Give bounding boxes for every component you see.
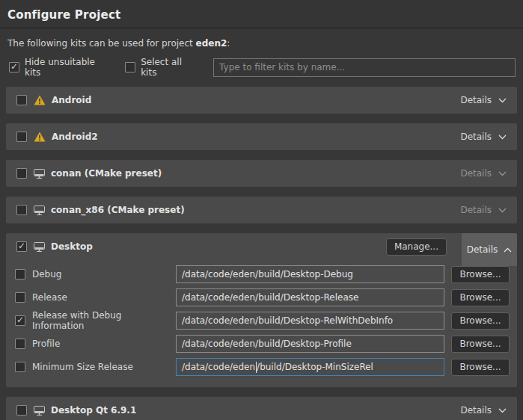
manage-kits-button[interactable]: Manage... — [386, 238, 447, 256]
kit-checkbox[interactable] — [16, 405, 27, 416]
kit-name: Android2 — [52, 132, 98, 142]
desktop-monitor-icon — [34, 206, 45, 215]
build-dir-input[interactable] — [176, 265, 444, 283]
kit-name: Android — [52, 95, 91, 105]
kit-row-android2[interactable]: Android2 Details — [6, 123, 517, 150]
kit-row-android[interactable]: Android Details — [6, 87, 517, 114]
build-config-row-release: Release Browse... — [15, 288, 510, 306]
details-button[interactable]: Details — [460, 132, 507, 142]
build-dir-input[interactable] — [176, 288, 444, 306]
kit-checkbox[interactable] — [16, 205, 27, 215]
browse-button[interactable]: Browse... — [451, 266, 510, 283]
kit-name: Desktop Qt 6.9.1 — [51, 405, 136, 416]
build-config-row-profile: Profile Browse... — [15, 335, 510, 353]
config-label: Release — [32, 292, 176, 303]
desktop-monitor-icon — [34, 169, 45, 179]
kit-filter-bar: Hide unsuitable kits Select all kits — [9, 57, 516, 78]
chevron-down-icon — [498, 408, 507, 413]
hide-unsuitable-kits-label: Hide unsuitable kits — [25, 57, 108, 78]
hide-unsuitable-kits-checkbox[interactable]: Hide unsuitable kits — [9, 57, 108, 78]
select-all-kits-label: Select all kits — [141, 57, 197, 78]
build-dir-input[interactable] — [176, 312, 444, 330]
config-checkbox[interactable] — [15, 269, 25, 280]
page-title: Configure Project — [7, 8, 516, 22]
config-checkbox[interactable] — [15, 362, 25, 372]
config-label: Debug — [32, 269, 176, 280]
browse-button[interactable]: Browse... — [451, 336, 510, 353]
warning-icon — [34, 132, 46, 142]
details-button[interactable]: Details — [460, 205, 507, 215]
kit-name: conan (CMake preset) — [51, 168, 162, 179]
warning-icon — [34, 95, 46, 105]
kit-checkbox[interactable] — [16, 241, 27, 252]
config-checkbox[interactable] — [15, 292, 25, 303]
kit-row-conan[interactable]: conan (CMake preset) Details — [6, 160, 517, 187]
config-label: Profile — [32, 339, 176, 349]
build-dir-input[interactable] — [176, 335, 444, 353]
config-label: Release with Debug Information — [32, 310, 176, 331]
browse-button[interactable]: Browse... — [451, 289, 510, 306]
details-button[interactable]: Details — [460, 168, 507, 179]
kit-row-conan-x86[interactable]: conan_x86 (CMake preset) Details — [6, 197, 517, 223]
build-dir-input-focused[interactable]: /data/code/eden/build/Desktop-MinSizeRel — [176, 358, 444, 376]
kit-list: Android Details Android2 Details conan (… — [6, 87, 517, 420]
browse-button[interactable]: Browse... — [451, 359, 510, 376]
details-button[interactable]: Details — [460, 95, 507, 105]
kit-section-desktop: Details Desktop Manage... Debug Browse..… — [6, 233, 517, 387]
kit-name: Desktop — [51, 241, 93, 252]
kit-filter-input[interactable] — [213, 58, 516, 77]
kit-checkbox[interactable] — [16, 95, 27, 105]
kit-name: conan_x86 (CMake preset) — [51, 205, 185, 215]
chevron-down-icon — [498, 171, 507, 176]
checkbox-icon[interactable] — [125, 62, 135, 72]
kit-row-desktop-qt-691[interactable]: Desktop Qt 6.9.1 Details — [6, 397, 517, 420]
config-label: Minimum Size Release — [32, 362, 176, 372]
chevron-down-icon — [498, 98, 507, 103]
intro-text: The following kits can be used for proje… — [7, 38, 516, 49]
checkbox-icon[interactable] — [9, 62, 19, 72]
browse-button[interactable]: Browse... — [451, 312, 510, 330]
project-name: eden2 — [196, 38, 227, 49]
details-button[interactable]: Details — [460, 405, 507, 416]
build-config-row-minsizerel: Minimum Size Release /data/code/eden/bui… — [15, 358, 510, 376]
config-checkbox[interactable] — [15, 339, 25, 349]
chevron-down-icon — [498, 208, 507, 213]
dialog-header: Configure Project — [0, 0, 523, 28]
chevron-down-icon — [498, 135, 507, 140]
select-all-kits-checkbox[interactable]: Select all kits — [125, 57, 197, 78]
kit-checkbox[interactable] — [16, 132, 27, 142]
kit-row-desktop[interactable]: Desktop Manage... — [6, 233, 517, 260]
kit-checkbox[interactable] — [16, 168, 27, 179]
build-config-row-debug: Debug Browse... — [15, 265, 510, 283]
config-checkbox[interactable] — [15, 315, 25, 326]
build-config-row-relwithdebinfo: Release with Debug Information Browse... — [15, 312, 510, 330]
desktop-monitor-icon — [34, 406, 45, 416]
desktop-monitor-icon — [34, 242, 45, 252]
